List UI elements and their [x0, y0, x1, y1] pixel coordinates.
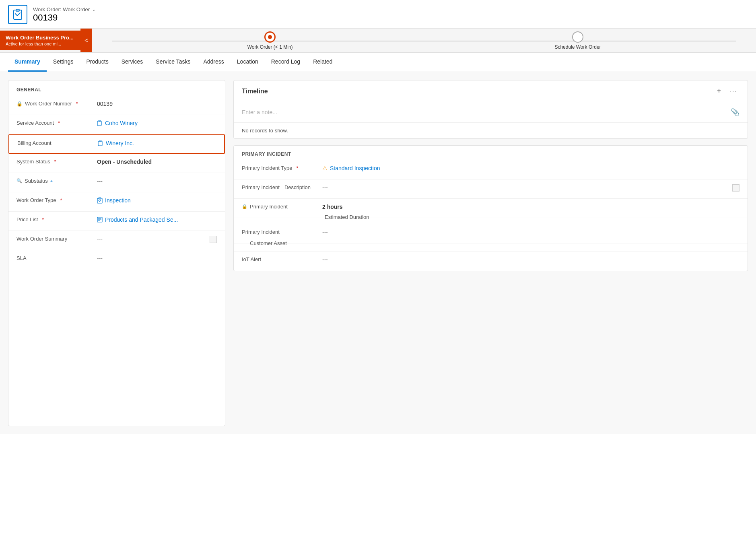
required-star-pl: *	[42, 217, 44, 223]
required-star-ss: *	[54, 159, 56, 165]
pi-desc-edit-btn[interactable]	[732, 184, 740, 192]
field-label-pi-duration: 🔒 Primary Incident	[242, 204, 322, 210]
process-stage: Work Order Business Pro... Active for le…	[0, 31, 80, 50]
field-label-pi-customer-asset: Primary Incident	[242, 229, 322, 235]
process-chevron-icon[interactable]: <	[80, 29, 92, 52]
header-title: Work Order: Work Order ⌄ 00139	[33, 6, 95, 23]
field-label-iot-alert: IoT Alert	[242, 256, 322, 262]
tab-products[interactable]: Products	[80, 53, 115, 72]
timeline-actions: + ···	[715, 86, 740, 96]
field-label-sla: SLA	[16, 255, 97, 261]
field-work-order-summary: Work Order Summary ---	[8, 231, 225, 250]
tabs-bar: Summary Settings Products Services Servi…	[0, 53, 756, 72]
general-panel: GENERAL 🔒 Work Order Number * 00139 Serv…	[8, 80, 225, 426]
field-value-system-status: Open - Unscheduled	[97, 159, 217, 165]
timeline-title: Timeline	[242, 88, 268, 95]
field-value-pi-type: ⚠ Standard Inspection	[322, 165, 740, 171]
tab-address[interactable]: Address	[197, 53, 230, 72]
tab-services[interactable]: Services	[115, 53, 150, 72]
timeline-header: Timeline + ···	[234, 80, 748, 102]
field-label-system-status: System Status *	[16, 159, 97, 165]
primary-incident-panel: PRIMARY INCIDENT Primary Incident Type *…	[233, 145, 748, 271]
work-order-type-link[interactable]: Inspection	[105, 197, 131, 204]
process-bar: Work Order Business Pro... Active for le…	[0, 29, 756, 53]
tab-record-log[interactable]: Record Log	[265, 53, 307, 72]
main-content: GENERAL 🔒 Work Order Number * 00139 Serv…	[0, 72, 756, 434]
timeline-add-button[interactable]: +	[715, 86, 724, 96]
header-icon	[8, 5, 27, 24]
timeline-note-row: Enter a note... 📎	[234, 102, 748, 123]
lock-icon-pi: 🔒	[242, 204, 247, 209]
field-label-work-order-type: Work Order Type *	[16, 197, 97, 203]
field-billing-account: Billing Account Winery Inc.	[8, 134, 225, 154]
price-list-link[interactable]: Products and Packaged Se...	[105, 216, 178, 223]
field-label-substatus: 🔍 Substatus +	[16, 178, 97, 184]
field-label-pi-desc: Primary Incident Description	[242, 184, 322, 190]
tab-settings[interactable]: Settings	[47, 53, 80, 72]
title-chevron-icon[interactable]: ⌄	[92, 7, 95, 12]
wo-summary-edit-btn[interactable]	[210, 236, 217, 243]
field-label-pi-customer-asset-sub: Customer Asset	[234, 240, 748, 251]
tab-summary[interactable]: Summary	[8, 53, 47, 72]
field-label-pi-duration-sub: Estimated Duration	[234, 214, 748, 224]
field-primary-incident-type: Primary Incident Type * ⚠ Standard Inspe…	[234, 160, 748, 179]
pricelist-icon	[97, 217, 103, 223]
doc-icon-ba	[98, 140, 103, 146]
timeline-empty-message: No records to show.	[234, 123, 748, 138]
timeline-more-button[interactable]: ···	[727, 87, 740, 95]
svg-rect-4	[98, 141, 102, 146]
field-value-work-order-type: Inspection	[97, 197, 217, 204]
field-service-account: Service Account * Coho Winery	[8, 115, 225, 134]
required-star-pit: *	[296, 165, 298, 171]
field-value-wo-summary: ---	[97, 236, 217, 243]
field-substatus: 🔍 Substatus + ---	[8, 173, 225, 192]
header-title-top: Work Order: Work Order ⌄	[33, 6, 95, 12]
tab-location[interactable]: Location	[231, 53, 265, 72]
field-work-order-number: 🔒 Work Order Number * 00139	[8, 96, 225, 115]
search-icon-substatus: 🔍	[16, 178, 22, 183]
field-label-billing-account: Billing Account	[17, 140, 98, 146]
field-label-price-list: Price List *	[16, 216, 97, 223]
tab-service-tasks[interactable]: Service Tasks	[149, 53, 197, 72]
field-work-order-type: Work Order Type * Inspection	[8, 192, 225, 212]
field-label-pi-type: Primary Incident Type *	[242, 165, 322, 171]
stage-title: Work Order Business Pro...	[6, 35, 75, 41]
warning-icon-pi: ⚠	[322, 165, 328, 171]
field-value-pi-duration: 2 hours	[322, 204, 740, 210]
primary-incident-type-link[interactable]: Standard Inspection	[330, 165, 380, 171]
field-label-wo-summary: Work Order Summary	[16, 236, 97, 242]
required-star: *	[76, 101, 78, 107]
step-circle-inactive	[572, 31, 583, 43]
field-value-substatus: ---	[97, 178, 217, 184]
header: Work Order: Work Order ⌄ 00139	[0, 0, 756, 29]
field-value-pi-desc: ---	[322, 184, 740, 192]
process-step-schedule[interactable]: Schedule Work Order	[554, 31, 601, 50]
field-iot-alert: IoT Alert ---	[234, 251, 748, 271]
order-number: 00139	[33, 12, 95, 23]
primary-incident-title: PRIMARY INCIDENT	[234, 146, 748, 160]
tab-related[interactable]: Related	[307, 53, 339, 72]
step-connector	[112, 41, 736, 41]
billing-account-link[interactable]: Winery Inc.	[106, 140, 134, 146]
required-star-wot: *	[60, 198, 62, 203]
work-order-label: Work Order: Work Order	[33, 6, 90, 12]
timeline-panel: Timeline + ··· Enter a note... 📎 No reco…	[233, 80, 748, 139]
field-value-iot-alert: ---	[322, 256, 740, 263]
step-circle-active	[264, 31, 276, 43]
field-value-sla: ---	[97, 255, 217, 262]
plus-icon-substatus: +	[50, 179, 53, 183]
attachment-icon[interactable]: 📎	[731, 108, 740, 117]
right-column: Timeline + ··· Enter a note... 📎 No reco…	[233, 80, 748, 426]
field-system-status: System Status * Open - Unscheduled	[8, 154, 225, 173]
doc-icon-sa	[97, 120, 103, 126]
field-label-service-account: Service Account *	[16, 120, 97, 126]
process-step-workorder[interactable]: Work Order (< 1 Min)	[247, 31, 293, 50]
field-value-price-list: Products and Packaged Se...	[97, 216, 217, 223]
field-value-work-order-number: 00139	[97, 101, 217, 107]
field-pi-description: Primary Incident Description ---	[234, 179, 748, 199]
step-label-schedule: Schedule Work Order	[554, 44, 601, 50]
field-value-billing-account: Winery Inc.	[98, 140, 216, 146]
general-section-title: GENERAL	[8, 80, 225, 96]
service-account-link[interactable]: Coho Winery	[105, 120, 138, 126]
timeline-note-placeholder[interactable]: Enter a note...	[242, 109, 277, 115]
